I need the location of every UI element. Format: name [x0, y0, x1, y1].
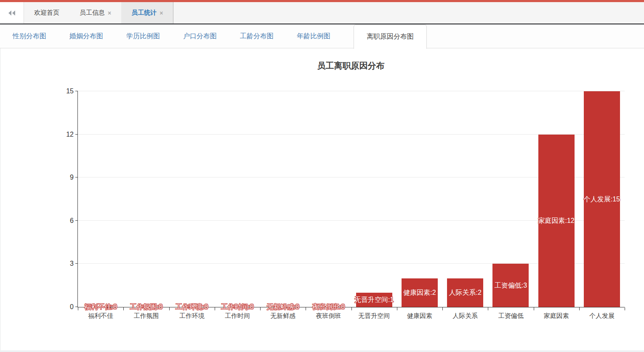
bar-value-label: 健康因素:2 [403, 288, 436, 297]
bar-value-label: 个人发展:15 [584, 195, 620, 204]
window-tab-label: 欢迎首页 [34, 9, 59, 17]
chart-tab-0[interactable]: 性别分布图 [13, 24, 46, 48]
window-tab-label: 员工统计 [131, 9, 157, 17]
y-axis-label: 6 [56, 216, 74, 225]
chart-tab-6[interactable]: 离职原因分布图 [354, 24, 427, 49]
x-axis-tick [579, 307, 580, 310]
chart-panel: 员工离职原因分布 03691215福利不佳:0福利不佳工作氛围:0工作氛围工作环… [0, 48, 644, 352]
window-tabs: 欢迎首页员工信息×员工统计× [24, 2, 173, 24]
app-window: 欢迎首页员工信息×员工统计× 性别分布图婚姻分布图学历比例图户口分布图工龄分布图… [0, 0, 644, 352]
window-tab-label: 员工信息 [80, 9, 105, 17]
y-axis-tick [75, 91, 78, 91]
double-left-arrow-icon [8, 10, 16, 16]
y-axis-label: 3 [56, 259, 74, 268]
x-axis-category-label: 工资偏低 [498, 312, 523, 320]
x-axis-category-label: 健康因素 [407, 312, 432, 320]
chart-tab-4[interactable]: 工龄分布图 [240, 24, 274, 48]
bar-value-label: 工资偏低:3 [495, 281, 527, 290]
bar-value-label: 家庭因素:12 [538, 216, 575, 225]
x-axis-category-label: 无新鲜感 [270, 312, 295, 320]
x-axis-tick [123, 307, 124, 310]
bar-chart-plot: 03691215福利不佳:0福利不佳工作氛围:0工作氛围工作环境:0工作环境工作… [77, 91, 625, 307]
x-axis-tick [306, 307, 306, 310]
x-axis-category-label: 人际关系 [452, 312, 478, 320]
gridline [78, 91, 625, 91]
tab-close-icon[interactable]: × [108, 10, 111, 16]
x-axis-category-label: 无晋升空间 [358, 312, 390, 320]
x-axis-tick [169, 307, 170, 310]
y-axis-tick [75, 307, 78, 307]
x-axis-category-label: 夜班倒班 [316, 312, 341, 320]
chart-tab-1[interactable]: 婚姻分布图 [69, 24, 103, 48]
x-axis-tick [442, 307, 443, 310]
window-tab-1[interactable]: 员工信息× [69, 2, 121, 24]
bar-value-label: 夜班倒班:0 [312, 302, 345, 312]
y-axis-tick [75, 220, 78, 221]
bar-value-label: 无晋升空间:1 [354, 295, 394, 304]
x-axis-category-label: 个人发展 [589, 312, 615, 320]
chart-tab-3[interactable]: 户口分布图 [183, 24, 217, 48]
chart-tab-5[interactable]: 年龄比例图 [297, 24, 330, 48]
x-axis-tick [534, 307, 534, 310]
chart-tab-2[interactable]: 学历比例图 [126, 24, 160, 48]
chart-tab-bar: 性别分布图婚姻分布图学历比例图户口分布图工龄分布图年龄比例图离职原因分布图 [0, 24, 644, 48]
y-axis-label: 9 [56, 173, 74, 182]
y-axis-label: 15 [56, 87, 74, 96]
bar-value-label: 工作时间:0 [221, 302, 253, 312]
chart-title: 员工离职原因分布 [77, 60, 624, 71]
x-axis-tick [351, 307, 352, 310]
window-tab-0[interactable]: 欢迎首页 [24, 2, 69, 24]
bottom-edge-strip [0, 350, 644, 352]
bar-value-label: 工作环境:0 [176, 302, 208, 312]
y-axis-tick [75, 134, 78, 135]
x-axis-tick [78, 307, 78, 310]
x-axis-tick [488, 307, 488, 310]
bar-value-label: 福利不佳:0 [84, 302, 117, 312]
x-axis-category-label: 工作氛围 [133, 312, 159, 320]
tab-close-icon[interactable]: × [160, 10, 163, 16]
x-axis-category-label: 工作环境 [179, 312, 205, 320]
x-axis-tick [260, 307, 261, 310]
y-axis-label: 0 [56, 302, 74, 312]
x-axis-category-label: 工作时间 [225, 312, 250, 320]
collapse-tabs-button[interactable] [0, 2, 24, 24]
x-axis-tick [625, 307, 625, 310]
window-tab-bar: 欢迎首页员工信息×员工统计× [0, 2, 644, 24]
x-axis-category-label: 福利不佳 [88, 312, 113, 320]
x-axis-tick [215, 307, 215, 310]
y-axis-tick [75, 177, 78, 177]
y-axis-label: 12 [56, 130, 74, 139]
bar-value-label: 人际关系:2 [449, 288, 481, 297]
y-axis-tick [75, 263, 78, 264]
window-tab-2[interactable]: 员工统计× [121, 2, 173, 24]
bar-value-label: 工作氛围:0 [130, 302, 162, 312]
x-axis-tick [397, 307, 397, 310]
bar-value-label: 无新鲜感:0 [266, 302, 299, 312]
x-axis-category-label: 家庭因素 [544, 312, 569, 320]
